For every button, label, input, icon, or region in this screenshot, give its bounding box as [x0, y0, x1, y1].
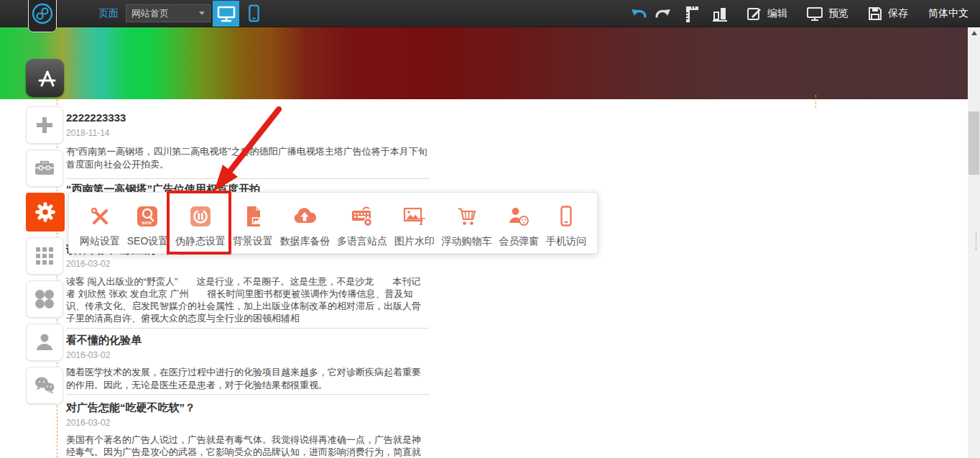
popup-item-multilanguage-site[interactable]: 多语言站点 — [337, 197, 387, 247]
article-item: 看不懂的化验单 2016-03-02 随着医学技术的发展，在医疗过程中进行的化验… — [66, 333, 430, 395]
pseudo-static-icon — [188, 204, 213, 229]
cloud-upload-icon — [292, 204, 318, 229]
crossed-tools-icon — [88, 204, 112, 229]
popup-item-label: 浮动购物车 — [442, 234, 492, 247]
svg-text:seo: seo — [142, 219, 152, 226]
user-icon — [32, 330, 57, 354]
popup-item-member-popup[interactable]: 会员弹窗 — [499, 197, 539, 247]
article-body: 有“西南第一高钢塔，四川第二高电视塔”之称的德阳广播电视塔主塔广告位将于本月下旬… — [66, 145, 430, 170]
preview-button[interactable]: 预览 — [806, 6, 849, 22]
article-title: 2222223333 — [66, 111, 430, 125]
sidebar-item-components[interactable] — [26, 280, 63, 318]
undo-arrow-icon — [630, 7, 647, 19]
sidebar-item-modules[interactable] — [26, 237, 63, 275]
popup-item-label: SEO设置 — [127, 234, 169, 247]
popup-item-database-backup[interactable]: 数据库备份 — [279, 197, 330, 247]
seo-magnifier-icon: seo — [135, 204, 160, 229]
article-body: 随着医学技术的发展，在医疗过程中进行的化验项目越来越多，它对诊断疾病起着重要的作… — [66, 366, 430, 391]
article-title: 对广告怎能“吃硬不吃软”？ — [66, 400, 430, 415]
ruler-button[interactable] — [683, 4, 701, 23]
background-page-icon — [241, 204, 265, 229]
scrollbar-up-button[interactable] — [968, 27, 980, 39]
redo-button[interactable] — [655, 7, 672, 19]
preview-monitor-icon — [806, 6, 823, 22]
article-item: 读客 闯入出版业的“野蛮人” 2016-03-02 读客 闯入出版业的“野蛮人”… — [66, 242, 430, 329]
page-guide-line-right — [815, 95, 816, 108]
sidebar-item-design-app[interactable] — [26, 59, 64, 97]
page-select-value: 网站首页 — [131, 7, 169, 20]
article-item: 2222223333 2018-11-14 有“西南第一高钢塔，四川第二高电视塔… — [66, 111, 430, 179]
divider — [66, 328, 430, 329]
shopping-cart-icon — [455, 204, 479, 229]
preview-button-label: 预览 — [828, 7, 849, 20]
popup-item-label: 图片水印 — [394, 234, 435, 247]
clover-icon — [32, 287, 57, 311]
save-floppy-icon — [867, 6, 883, 22]
popup-item-floating-cart[interactable]: 浮动购物车 — [442, 197, 492, 247]
ruler-icon — [683, 4, 701, 23]
bar-chart-icon — [712, 5, 728, 22]
toolbox-icon — [32, 156, 57, 180]
sidebar-item-settings[interactable] — [26, 193, 65, 232]
page-label: 页面 — [98, 7, 119, 20]
stats-button[interactable] — [712, 5, 728, 22]
popup-item-background-settings[interactable]: 背景设置 — [233, 197, 273, 247]
popup-item-label: 手机访问 — [546, 234, 586, 247]
popup-item-image-watermark[interactable]: T 图片水印 — [394, 197, 435, 247]
sidebar-item-member[interactable] — [26, 324, 63, 361]
save-button[interactable]: 保存 — [867, 6, 908, 22]
keyboard-gear-icon — [350, 204, 374, 229]
mobile-view-button[interactable] — [241, 1, 266, 27]
grid-icon — [32, 244, 57, 268]
editor-stage: 页面 网站首页 — [0, 0, 980, 458]
article-title: 看不懂的化验单 — [66, 333, 430, 347]
popup-item-seo-settings[interactable]: seo SEO设置 — [127, 197, 169, 247]
article-list: 2222223333 2018-11-14 有“西南第一高钢塔，四川第二高电视塔… — [66, 99, 430, 458]
link-button[interactable] — [28, 0, 57, 32]
article-date: 2018-11-14 — [66, 128, 430, 139]
sidebar-item-toolbox[interactable] — [26, 150, 63, 187]
divider — [66, 394, 430, 395]
member-palette-icon — [507, 204, 531, 229]
article-date: 2016-03-02 — [66, 350, 430, 361]
article-date: 2016-03-02 — [66, 259, 430, 270]
sidebar-item-add[interactable] — [26, 106, 63, 144]
undo-button[interactable] — [630, 7, 647, 19]
app-design-icon — [33, 66, 57, 91]
image-watermark-icon: T — [402, 204, 427, 229]
header-banner — [0, 27, 968, 99]
article-item: 对广告怎能“吃硬不吃软”？ 2016-03-02 美国有个著名的广告人说过，广告… — [66, 400, 430, 458]
desktop-monitor-icon — [213, 1, 239, 27]
divider — [66, 178, 430, 179]
popup-item-label: 背景设置 — [233, 234, 273, 247]
plus-icon — [32, 113, 57, 137]
popup-item-label: 会员弹窗 — [499, 234, 539, 247]
top-toolbar: 页面 网站首页 — [0, 0, 980, 27]
settings-popup: 网站设置 seo SEO设置 伪静 — [68, 192, 598, 254]
popup-item-mobile-access[interactable]: 手机访问 — [546, 197, 586, 247]
popup-item-label: 网站设置 — [80, 234, 120, 247]
language-label[interactable]: 简体中文 — [928, 7, 969, 20]
edit-button[interactable]: 编辑 — [746, 6, 787, 22]
scroll-up-arrow-icon — [971, 31, 977, 35]
page-select-dropdown[interactable]: 网站首页 — [126, 4, 211, 22]
wechat-icon — [32, 373, 57, 398]
save-button-label: 保存 — [888, 7, 908, 20]
popup-item-site-settings[interactable]: 网站设置 — [80, 197, 120, 247]
link-circle-icon — [29, 1, 55, 27]
scrollbar — [968, 27, 980, 458]
edit-button-label: 编辑 — [767, 7, 787, 20]
scrollbar-thumb[interactable] — [969, 111, 979, 175]
popup-item-label: 多语言站点 — [337, 234, 387, 247]
svg-text:T: T — [418, 216, 425, 227]
redo-arrow-icon — [655, 7, 672, 19]
sidebar-item-wechat[interactable] — [26, 367, 63, 404]
toolbar-left-group: 页面 网站首页 — [0, 0, 266, 27]
mobile-phone-icon — [241, 1, 266, 27]
desktop-view-button[interactable] — [213, 1, 239, 27]
popup-item-label: 数据库备份 — [279, 234, 330, 247]
popup-item-pseudo-static-settings[interactable]: 伪静态设置 — [175, 197, 226, 247]
edit-pencil-icon — [746, 6, 762, 22]
chevron-down-icon — [199, 12, 205, 15]
smartphone-icon — [554, 204, 578, 229]
